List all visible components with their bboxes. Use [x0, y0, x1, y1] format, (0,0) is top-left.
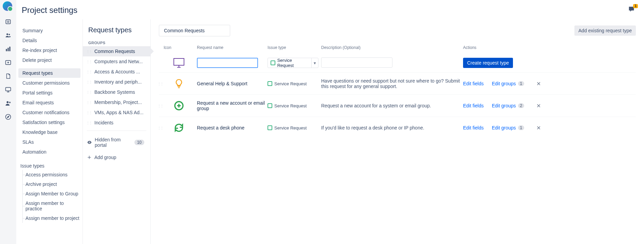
drag-handle-icon[interactable]: ⋮⋮: [86, 111, 92, 115]
settings-sidebar: SummaryDetailsRe-index projectDelete pro…: [16, 19, 83, 244]
compass-icon[interactable]: [4, 113, 12, 121]
drag-handle-icon[interactable]: ⋮⋮: [86, 121, 92, 125]
queues-icon[interactable]: [4, 18, 12, 26]
request-type-row: ⋮⋮General Help & SupportService RequestH…: [159, 72, 636, 94]
page-title: Project settings: [22, 5, 77, 15]
svg-point-4: [8, 34, 10, 35]
feedback-icon[interactable]: 1: [628, 5, 636, 14]
nav-item-customer-notifications[interactable]: Customer notifications: [18, 108, 80, 117]
add-existing-button[interactable]: Add existing request type: [574, 25, 636, 36]
group-item[interactable]: ⋮⋮VMs, Apps & NAS Ad...: [83, 107, 150, 118]
nav-item-satisfaction-settings[interactable]: Satisfaction settings: [18, 118, 80, 127]
group-item[interactable]: ⋮⋮Backbone Systems: [83, 87, 150, 97]
plus-circle-icon: [173, 100, 184, 111]
app-logo[interactable]: [3, 1, 14, 12]
drag-handle-icon[interactable]: ⋮⋮: [86, 80, 92, 84]
raise-request-icon[interactable]: [4, 58, 12, 67]
issue-type-value: Service Request: [277, 58, 309, 68]
group-label: Incidents: [94, 120, 113, 125]
lightbulb-icon: [173, 78, 184, 89]
group-item[interactable]: ⋮⋮Access & Accounts ...: [83, 67, 150, 77]
description-input[interactable]: [321, 57, 392, 68]
edit-fields-link[interactable]: Edit fields: [463, 81, 484, 86]
nav-item-summary[interactable]: Summary: [18, 26, 80, 35]
remove-icon[interactable]: ✕: [536, 125, 541, 131]
request-types-heading: Request types: [83, 25, 150, 39]
hidden-from-portal[interactable]: Hidden from portal 10: [83, 134, 150, 151]
service-request-icon: [271, 60, 275, 65]
group-item[interactable]: ⋮⋮Incidents: [83, 118, 150, 128]
col-actions: Actions: [463, 45, 636, 50]
request-name-input[interactable]: [197, 58, 258, 68]
col-icon: Icon: [164, 45, 194, 50]
svg-rect-0: [6, 20, 10, 24]
request-name: Request a new account or email group: [197, 100, 265, 111]
edit-groups-link[interactable]: Edit groups: [492, 81, 516, 86]
issue-type-assign-member-to-practice[interactable]: Assign member to practice: [23, 198, 82, 213]
issue-type-access-permissions[interactable]: Access permissions: [23, 170, 82, 179]
request-name: Request a desk phone: [197, 125, 265, 130]
issue-type-archive-project[interactable]: Archive project: [23, 179, 82, 189]
service-request-icon: [268, 103, 272, 108]
group-label: Inventory and periph...: [94, 79, 142, 85]
drag-handle-icon[interactable]: ⋮⋮: [86, 50, 92, 53]
group-item[interactable]: ⋮⋮Membership, Project...: [83, 97, 150, 107]
drag-handle-icon[interactable]: ⋮⋮: [86, 90, 92, 94]
edit-fields-link[interactable]: Edit fields: [463, 103, 484, 108]
group-name-input[interactable]: Common Requests: [159, 25, 230, 36]
add-group-button[interactable]: Add group: [83, 151, 150, 163]
svg-point-14: [6, 101, 8, 103]
request-icon: [173, 77, 185, 90]
drag-handle-icon[interactable]: ⋮⋮: [158, 82, 163, 86]
drag-handle-icon[interactable]: ⋮⋮: [158, 104, 163, 108]
feedback-badge: 1: [633, 4, 638, 8]
customers-icon[interactable]: [4, 31, 12, 39]
remove-icon[interactable]: ✕: [536, 103, 541, 109]
remove-icon[interactable]: ✕: [536, 81, 541, 87]
group-item[interactable]: ⋮⋮Computers and Netw...: [83, 56, 150, 67]
nav-item-slas[interactable]: SLAs: [18, 137, 80, 147]
request-icon: [173, 100, 185, 112]
issue-type-select[interactable]: Service Request ▾: [268, 58, 318, 68]
form-icon-picker[interactable]: [173, 57, 185, 69]
create-form-row: Service Request ▾ Create request type: [159, 53, 636, 72]
create-request-type-button[interactable]: Create request type: [463, 58, 513, 68]
channels-icon[interactable]: [4, 86, 12, 94]
issue-type-assign-member-to-group[interactable]: Assign Member to Group: [23, 189, 82, 198]
group-label: Computers and Netw...: [94, 59, 143, 64]
nav-item-email-requests[interactable]: Email requests: [18, 98, 80, 107]
eye-icon: [87, 140, 92, 145]
nav-item-customer-permissions[interactable]: Customer permissions: [18, 78, 80, 88]
drag-handle-icon[interactable]: ⋮⋮: [158, 126, 163, 130]
nav-item-automation[interactable]: Automation: [18, 147, 80, 157]
nav-item-details[interactable]: Details: [18, 36, 80, 45]
request-description: If you'd like to request a desk phone or…: [321, 125, 460, 130]
reports-icon[interactable]: [4, 45, 12, 53]
svg-rect-6: [7, 48, 8, 51]
monitor-icon: [173, 58, 185, 68]
request-description: Have questions or need support but not s…: [321, 78, 460, 89]
invite-icon[interactable]: [4, 99, 12, 107]
drag-handle-icon[interactable]: ⋮⋮: [86, 101, 92, 104]
drag-handle-icon[interactable]: ⋮⋮: [86, 60, 92, 64]
page-icon[interactable]: [4, 72, 12, 80]
edit-groups-link[interactable]: Edit groups: [492, 103, 516, 108]
edit-groups-link[interactable]: Edit groups: [492, 125, 516, 130]
plus-icon: [87, 155, 92, 160]
issue-type-assign-member-to-project[interactable]: Assign member to project: [23, 213, 82, 223]
nav-item-portal-settings[interactable]: Portal settings: [18, 88, 80, 98]
svg-rect-5: [6, 49, 7, 51]
groups-count-badge: 1: [518, 81, 525, 86]
group-label: Access & Accounts ...: [94, 69, 140, 74]
drag-handle-icon[interactable]: ⋮⋮: [86, 70, 92, 74]
nav-item-re-index-project[interactable]: Re-index project: [18, 46, 80, 55]
group-item[interactable]: ⋮⋮Inventory and periph...: [83, 77, 150, 87]
col-name: Request name: [197, 45, 265, 50]
edit-fields-link[interactable]: Edit fields: [463, 125, 484, 130]
nav-item-request-types[interactable]: Request types: [18, 68, 80, 78]
request-type-row: ⋮⋮Request a desk phoneService RequestIf …: [159, 117, 636, 139]
group-item[interactable]: ⋮⋮Common Requests: [83, 46, 150, 56]
nav-item-delete-project[interactable]: Delete project: [18, 55, 80, 65]
request-name: General Help & Support: [197, 81, 265, 86]
nav-item-knowledge-base[interactable]: Knowledge base: [18, 127, 80, 137]
